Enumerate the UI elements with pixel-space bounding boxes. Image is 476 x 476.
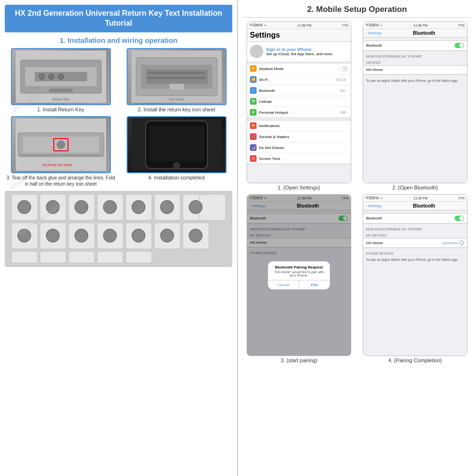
screen2-bt-row[interactable]: Bluetooth — [363, 41, 467, 50]
bluetooth-chevron: › — [347, 89, 348, 93]
svg-point-50 — [18, 200, 31, 214]
dialog-buttons: Cancel Pair — [268, 280, 330, 289]
screen2-back[interactable]: ‹ Settings — [366, 31, 382, 35]
airplane-icon: ✈ — [250, 65, 257, 72]
section1-title: 1. Installation and wiring operation — [5, 36, 232, 44]
screen4-bt-toggle[interactable] — [455, 216, 464, 221]
screen4-bt-row[interactable]: Bluetooth — [363, 214, 467, 223]
screen4-my-devices-group: HX-Home Connected i — [363, 238, 467, 248]
pairing-dialog: Bluetooth Pairing Request "HX-Home" woul… — [268, 261, 330, 289]
screen2-title: Bluetooth — [384, 30, 465, 36]
wifi-value: A713 — [337, 78, 346, 82]
step2-hw: Iron Sheet — [128, 49, 226, 104]
hotspot-icon: ⊕ — [250, 109, 257, 116]
svg-point-53 — [103, 200, 117, 214]
left-panel: HX 2nd Generation Universal Return Key T… — [0, 0, 238, 476]
dialog-body: "HX-Home" would like to pair with your i… — [268, 270, 330, 280]
screen3-item: 中国移动 ᰄ 11:58 PM 77% ‹ Settings Bluetooth… — [243, 194, 355, 363]
screen4-other-header: OTHER DEVICES — [363, 250, 467, 256]
svg-point-4 — [39, 74, 45, 79]
svg-point-56 — [189, 200, 202, 214]
cellular-chevron: › — [347, 99, 348, 104]
bottom-image — [5, 191, 232, 267]
screen4-time: 11:59 PM — [413, 197, 427, 200]
cellular-icon: 📡 — [250, 98, 257, 105]
svg-point-60 — [103, 229, 117, 242]
screen1: 中国移动 ᰄ 11:58 PM 77% Settings Sign in to … — [247, 21, 351, 183]
svg-rect-14 — [148, 72, 205, 74]
screen4-connected-badge: Connected — [442, 241, 458, 245]
svg-text:Top to the iron sheet.: Top to the iron sheet. — [42, 163, 73, 167]
bluetooth-value: On — [340, 89, 346, 93]
settings-row-notif[interactable]: 🔔 Notifications › — [247, 120, 351, 131]
screen4-bt-sub: Now discoverable as "iPhone". — [363, 226, 467, 232]
dnd-label: Do Not Disturb — [259, 146, 347, 150]
left-panel-title: HX 2nd Generation Universal Return Key T… — [5, 5, 232, 32]
screen4-back[interactable]: ‹ Settings — [366, 204, 382, 208]
settings-row-bluetooth[interactable]: ⬡ Bluetooth On › — [247, 85, 351, 96]
svg-text:Return Key: Return Key — [52, 98, 69, 101]
screen4-info-icon[interactable]: i — [459, 240, 464, 245]
screen1-item: 中国移动 ᰄ 11:58 PM 77% Settings Sign in to … — [243, 21, 355, 190]
bluetooth-label: Bluetooth — [259, 89, 340, 93]
screen1-header: Settings — [247, 29, 351, 42]
screen4-hx-home-row[interactable]: HX-Home Connected i — [363, 238, 467, 248]
screen4-title: Bluetooth — [384, 203, 465, 208]
svg-point-59 — [75, 229, 88, 242]
airplane-toggle[interactable] — [338, 66, 348, 71]
cellular-label: Cellular — [259, 99, 347, 104]
screen3-label: 3. (start pairing) — [280, 357, 317, 363]
screen4-label: 4. (Pairing Completion) — [388, 357, 442, 363]
svg-rect-13 — [169, 84, 184, 89]
screen2-battery: 77% — [458, 24, 465, 27]
screen1-label: 1. (Open Settings) — [278, 185, 320, 190]
screen1-status-bar: 中国移动 ᰄ 11:58 PM 77% — [247, 22, 351, 29]
dialog-cancel-button[interactable]: Cancel — [268, 280, 299, 289]
svg-point-6 — [58, 74, 64, 79]
screen4-other-sub: To pair an Apple Watch with your iPhone,… — [363, 256, 467, 263]
svg-rect-47 — [69, 251, 95, 263]
settings-row-airplane[interactable]: ✈ Airplane Mode — [247, 63, 351, 74]
step2-image: Iron Sheet — [127, 48, 227, 105]
screen2-bt-toggle[interactable] — [455, 43, 464, 48]
screen1-group2: 🔔 Notifications › 🔊 Sounds & Haptics › 🌙 — [247, 120, 351, 164]
right-panel-title: 2. Mobile Setup Operation — [243, 5, 471, 18]
screen2-bluetooth: ‹ Settings Bluetooth Bluetooth Now disco… — [363, 29, 467, 183]
svg-rect-45 — [11, 251, 38, 263]
screen1-avatar — [250, 45, 263, 58]
screen2-hx-home-label: HX-Home — [366, 68, 463, 72]
sounds-icon: 🔊 — [250, 133, 257, 140]
step3-image: Top to the iron sheet. — [11, 116, 111, 173]
screen4-bluetooth: ‹ Settings Bluetooth Bluetooth Now disco… — [363, 202, 467, 356]
step1-item: Return Key 1. Install Return Key — [5, 48, 117, 112]
svg-point-52 — [75, 200, 88, 214]
screen2-bt-sub: Now discoverable as "iPhone". — [363, 53, 467, 59]
svg-point-21 — [57, 141, 65, 149]
settings-row-hotspot[interactable]: ⊕ Personal Hotspot Off › — [247, 107, 351, 118]
screen4-bt-group: Bluetooth — [363, 213, 467, 224]
screen2-hx-home-row[interactable]: HX-Home › — [363, 66, 467, 74]
settings-row-wifi[interactable]: 📶 Wi-Fi A713 › — [247, 74, 351, 85]
screen1-profile[interactable]: Sign in to your iPhone Set up iCloud, th… — [247, 42, 351, 61]
settings-row-screen-time[interactable]: ⏱ Screen Time › — [247, 153, 351, 164]
svg-rect-49 — [126, 251, 152, 263]
step4-image — [127, 116, 227, 173]
settings-row-cellular[interactable]: 📡 Cellular › — [247, 96, 351, 107]
screen1-carrier: 中国移动 ᰄ — [249, 23, 267, 28]
screen2-carrier: 中国移动 ᰄ — [366, 23, 383, 28]
bluetooth-icon: ⬡ — [250, 87, 257, 94]
screen-time-label: Screen Time — [259, 157, 347, 161]
screen4-status-bar: 中国移动 ᰄ 11:59 PM 77% — [363, 195, 467, 202]
notif-icon: 🔔 — [250, 122, 257, 129]
settings-row-sounds[interactable]: 🔊 Sounds & Haptics › — [247, 131, 351, 142]
right-panel: 2. Mobile Setup Operation 中国移动 ᰄ 11:58 P… — [238, 0, 476, 476]
hotspot-label: Personal Hotspot — [259, 110, 340, 115]
screen1-profile-name: Sign in to your iPhone — [266, 47, 333, 52]
step3-label: 3. Tear off the back glue and arrange th… — [5, 175, 117, 187]
dialog-pair-button[interactable]: Pair — [299, 280, 330, 289]
screen2-devices-group: HX-Home › — [363, 65, 467, 75]
svg-rect-46 — [40, 251, 66, 263]
screen1-time: 11:58 PM — [297, 24, 311, 27]
dnd-chevron: › — [347, 146, 348, 150]
settings-row-dnd[interactable]: 🌙 Do Not Disturb › — [247, 142, 351, 153]
